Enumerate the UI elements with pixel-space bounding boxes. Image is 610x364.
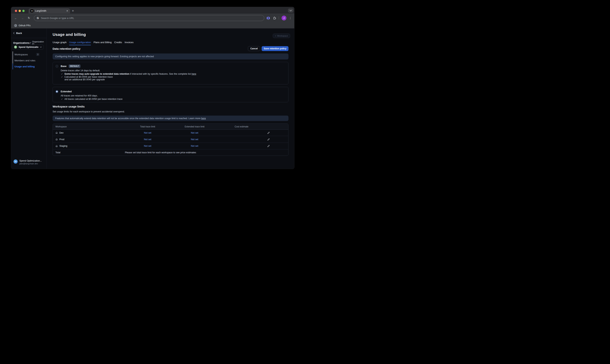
tab-close-icon[interactable]: ✕	[66, 10, 68, 12]
url-bar[interactable]: G Search Google or type a URL	[34, 15, 264, 21]
limits-info-banner: Features that automatically extend data …	[53, 116, 288, 121]
complete-list-link[interactable]: here	[191, 73, 196, 75]
browser-tab[interactable]: ⚒ LangSmith ✕	[28, 8, 70, 13]
workspace-name: Dev	[59, 131, 64, 134]
bookmark-github-prs[interactable]: Github PRs	[19, 24, 31, 27]
group-icon	[14, 160, 17, 163]
table-row-prod: Prod Not set Not set	[53, 136, 288, 143]
total-message: Please set total trace limit for each wo…	[124, 151, 288, 154]
total-trace-limit-link[interactable]: Not set	[124, 131, 171, 134]
retention-option-extended: Extended All traces are retained for 400…	[53, 87, 288, 102]
profile-avatar[interactable]: J	[282, 15, 286, 20]
organization-selector[interactable]: S Spend Optimization Tu...	[12, 44, 44, 50]
usage-limits-table: Workspace Total trace limit Extended tra…	[53, 123, 288, 156]
tab-strip: ⚒ LangSmith ✕ +	[11, 7, 294, 13]
app-content: Back Organizations Organization ID S Spe…	[11, 28, 294, 169]
base-point-1: ✓ Some traces may auto-upgrade to extend…	[61, 73, 196, 75]
base-point2-line2: and an additional $0.0045 per upgrade	[64, 78, 105, 81]
plus-icon: +	[275, 35, 276, 37]
edit-icon[interactable]	[267, 145, 270, 147]
limits-heading: Workspace usage limits	[53, 105, 85, 108]
col-header-cost-estimate: Cost estimate	[218, 125, 265, 128]
edit-icon[interactable]	[267, 138, 270, 141]
edit-icon[interactable]	[267, 131, 270, 134]
tab-credits[interactable]: Credits	[114, 41, 122, 45]
page-title: Usage and billing	[53, 32, 86, 37]
account-name: Spend Optimization...	[19, 159, 42, 162]
limits-banner-text: Features that automatically extend data …	[55, 117, 201, 120]
retention-header-row: Data retention policy Cancel Save retent…	[53, 46, 288, 51]
minimize-window-button[interactable]	[19, 10, 21, 12]
extensions-puzzle-icon[interactable]	[273, 16, 276, 20]
reload-icon[interactable]: ↻	[27, 16, 31, 20]
total-trace-limit-link[interactable]: Not set	[124, 145, 171, 147]
close-window-button[interactable]	[15, 10, 17, 12]
total-trace-limit-link[interactable]: Not set	[124, 138, 171, 141]
chevron-left-icon	[13, 32, 14, 34]
check-icon: ✓	[61, 76, 63, 78]
retention-option-base: Base DEFAULT Delete traces after 14 days…	[53, 62, 288, 84]
browser-menu-icon[interactable]: ⋮	[289, 16, 292, 20]
workspace-name: Staging	[59, 145, 67, 147]
extended-label: Extended	[61, 90, 72, 93]
new-tab-button[interactable]: +	[72, 8, 74, 13]
workspace-icon	[55, 145, 58, 147]
table-row-dev: Dev Not set Not set	[53, 130, 288, 136]
extended-trace-limit-link[interactable]: Not set	[171, 145, 218, 147]
back-label: Back	[16, 32, 22, 35]
sidebar-item-members[interactable]: Members and roles	[13, 57, 47, 64]
langsmith-favicon-icon: ⚒	[30, 9, 33, 12]
chevron-down-icon	[40, 47, 42, 48]
base-point-2: ✓ Calculated at $0.0005 per base retenti…	[61, 76, 113, 81]
extended-description: All traces are retained for 400 days.	[61, 94, 98, 97]
workspaces-count-badge: 3	[36, 53, 40, 56]
table-header-row: Workspace Total trace limit Extended tra…	[53, 124, 288, 130]
tab-usage-configuration[interactable]: Usage configuration	[69, 41, 91, 45]
limits-description: Set usage limits for each workspace to p…	[53, 110, 125, 113]
account-avatar	[14, 159, 18, 164]
sidebar-item-label: Workspaces	[14, 53, 28, 56]
sidebar-item-workspaces[interactable]: Workspaces 3	[13, 52, 47, 57]
save-retention-policy-button[interactable]: Save retention policy	[262, 46, 288, 51]
extended-trace-limit-link[interactable]: Not set	[171, 138, 218, 141]
forward-icon[interactable]: →	[20, 16, 24, 20]
org-avatar: S	[14, 46, 17, 49]
tab-usage-graph[interactable]: Usage graph	[53, 41, 67, 45]
table-row-staging: Staging Not set Not set	[53, 143, 288, 149]
tab-plans-and-billing[interactable]: Plans and Billing	[94, 41, 111, 45]
base-point1-bold: Some traces may auto-upgrade to extended…	[64, 73, 129, 75]
account-email: jake@langchain.dev	[19, 162, 42, 165]
browser-window: ⚒ LangSmith ✕ + ← → ↻ G Search Google or…	[11, 7, 294, 169]
retention-heading: Data retention policy	[53, 47, 80, 50]
radio-extended[interactable]	[55, 90, 58, 93]
default-badge: DEFAULT	[69, 65, 80, 68]
check-icon: ✓	[61, 73, 63, 75]
maximize-window-button[interactable]	[22, 10, 25, 12]
back-button[interactable]: Back	[13, 32, 22, 35]
cancel-button[interactable]: Cancel	[248, 46, 260, 51]
retention-info-banner: Configuring this setting applies to new …	[53, 53, 288, 59]
add-workspace-button[interactable]: + Workspace	[273, 34, 290, 38]
extension-starburst-icon[interactable]	[267, 16, 270, 20]
radio-base[interactable]	[55, 65, 58, 68]
col-header-extended-trace-limit: Extended trace limit	[171, 125, 218, 128]
sidebar-item-usage-billing[interactable]: Usage and billing	[13, 64, 47, 69]
retention-banner-text: Configuring this setting applies to new …	[55, 55, 154, 58]
back-icon[interactable]: ←	[14, 16, 18, 20]
workspace-icon	[55, 131, 58, 134]
learn-more-link[interactable]: here	[201, 117, 206, 120]
tab-invoices[interactable]: Invoices	[124, 41, 134, 45]
main-panel: Usage and billing + Workspace Usage grap…	[47, 28, 294, 169]
col-header-workspace: Workspace	[53, 125, 124, 128]
sidebar-item-label: Members and roles	[14, 59, 35, 62]
sidebar-nav: Workspaces 3 Members and roles Usage and…	[13, 52, 47, 69]
tab-search-button[interactable]	[288, 8, 293, 13]
toolbar-actions: J ⋮	[267, 15, 292, 20]
account-menu[interactable]: Spend Optimization... jake@langchain.dev	[14, 159, 42, 165]
workspace-icon	[55, 138, 58, 141]
col-header-total-trace-limit: Total trace limit	[124, 125, 171, 128]
extended-trace-limit-link[interactable]: Not set	[171, 131, 218, 134]
org-selector-value: Spend Optimization Tu...	[19, 46, 39, 48]
base-label: Base	[61, 65, 67, 67]
github-icon	[14, 24, 17, 27]
